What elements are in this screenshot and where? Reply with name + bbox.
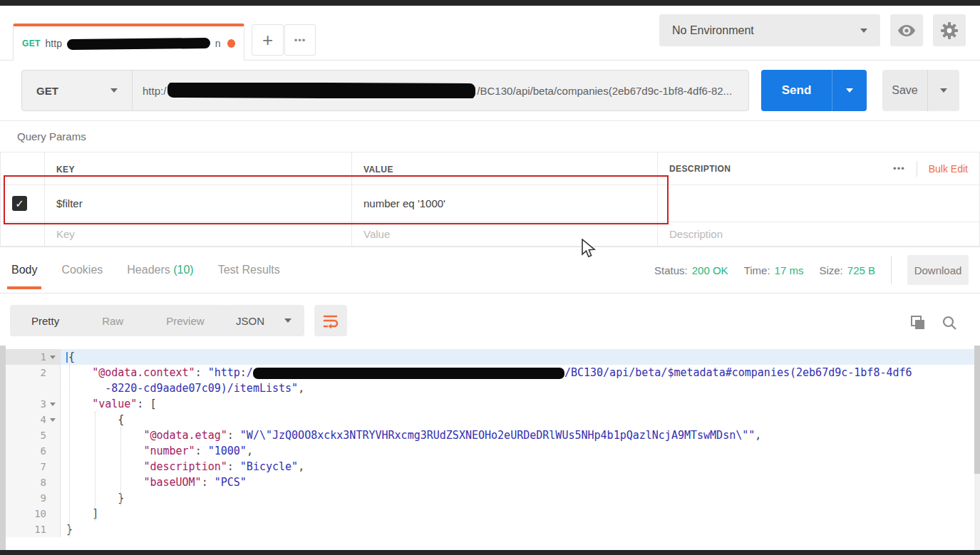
text-caret xyxy=(66,352,68,363)
view-raw[interactable]: Raw xyxy=(81,315,145,327)
code-line[interactable]: -8220-cd9aade07c09)/itemLists", xyxy=(6,380,974,396)
line-number-gutter: 11 xyxy=(6,522,61,537)
method-select[interactable]: GET xyxy=(22,71,133,110)
param-checkbox-checked[interactable]: ✓ xyxy=(12,196,27,211)
status-stat: Status:200 OK xyxy=(654,264,728,276)
environment-selected-label: No Environment xyxy=(672,24,754,37)
code-line[interactable]: 10 ] xyxy=(6,506,974,522)
code-line[interactable]: 3 "value": [ xyxy=(6,396,974,412)
tab-bar: GET http n + ••• No Environment xyxy=(0,6,980,61)
environment-select[interactable]: No Environment xyxy=(659,14,880,46)
send-options-button[interactable] xyxy=(832,70,867,111)
param-value-cell[interactable]: number eq '1000' xyxy=(352,185,658,222)
tab-method-label: GET xyxy=(22,38,41,48)
code-redaction xyxy=(253,368,564,379)
url-input[interactable]: http:/ /BC130/api/beta/companies(2eb67d9… xyxy=(133,83,748,98)
line-number-gutter: 8 xyxy=(6,474,61,490)
divider xyxy=(891,256,892,284)
param-empty-description-cell[interactable]: Description xyxy=(658,222,980,247)
chevron-down-icon xyxy=(284,318,292,323)
params-header-value: VALUE xyxy=(352,152,658,185)
tab-cookies[interactable]: Cookies xyxy=(60,249,104,291)
param-empty-key-cell[interactable]: Key xyxy=(45,222,352,247)
tab-url-prefix: http xyxy=(46,38,62,49)
url-shell: GET http:/ /BC130/api/beta/companies(2eb… xyxy=(21,70,749,111)
save-button-group: Save xyxy=(882,70,959,111)
request-builder-row: GET http:/ /BC130/api/beta/companies(2eb… xyxy=(0,61,980,121)
download-button[interactable]: Download xyxy=(907,255,969,285)
status-value: 200 OK xyxy=(692,264,728,276)
fold-toggle-icon[interactable] xyxy=(50,418,56,422)
params-header-description: DESCRIPTION ••• Bulk Edit xyxy=(658,152,980,185)
time-value: 17 ms xyxy=(775,264,804,276)
param-empty-value-cell[interactable]: Value xyxy=(352,222,658,247)
code-line[interactable]: 2 "@odata.context": "http://BC130/api/be… xyxy=(6,365,974,380)
send-button[interactable]: Send xyxy=(761,70,832,111)
param-empty-checkbox-cell xyxy=(1,222,45,247)
tab-test-results[interactable]: Test Results xyxy=(217,249,282,291)
tab-options-button[interactable]: ••• xyxy=(284,24,316,56)
size-stat: Size:725 B xyxy=(819,264,875,276)
response-tabs: Body Cookies Headers (10) Test Results xyxy=(0,249,282,291)
param-empty-row: Key Value Description xyxy=(1,222,980,247)
code-line[interactable]: 9 } xyxy=(6,490,974,506)
view-preview[interactable]: Preview xyxy=(145,315,225,327)
query-params-title: Query Params xyxy=(0,121,980,152)
param-key-cell[interactable]: $filter xyxy=(45,185,352,222)
fold-toggle-icon[interactable] xyxy=(50,356,56,359)
code-line[interactable]: 1{ xyxy=(6,349,974,365)
line-number-gutter: 6 xyxy=(6,443,61,459)
params-header-checkbox-cell xyxy=(1,152,45,185)
params-header-row: KEY VALUE DESCRIPTION ••• Bulk Edit xyxy=(1,152,980,185)
line-number-gutter: 4 xyxy=(6,412,61,427)
eye-icon xyxy=(897,24,916,37)
copy-icon[interactable] xyxy=(910,315,926,331)
url-suffix-text: /BC130/api/beta/companies(2eb67d9c-1bf8-… xyxy=(477,85,732,97)
code-scrollbar[interactable] xyxy=(974,346,980,551)
bulk-edit-link[interactable]: Bulk Edit xyxy=(929,163,968,175)
code-line[interactable]: 11} xyxy=(6,522,974,537)
chevron-down-icon xyxy=(846,88,853,93)
environment-quick-look-button[interactable] xyxy=(890,14,923,46)
params-menu-button[interactable]: ••• xyxy=(893,163,905,174)
size-value: 725 B xyxy=(847,264,875,276)
gear-icon xyxy=(940,21,959,40)
code-scrollbar-thumb[interactable] xyxy=(974,346,980,474)
language-select[interactable]: JSON xyxy=(223,305,304,336)
tab-headers[interactable]: Headers (10) xyxy=(125,249,195,291)
body-tool-icons xyxy=(910,315,957,331)
param-checkbox-cell: ✓ xyxy=(1,185,45,222)
code-line[interactable]: 5 "@odata.etag": "W/\"JzQ0OO8xckx3NTRYVH… xyxy=(6,427,974,443)
window-top-bar xyxy=(0,0,980,6)
chevron-down-icon xyxy=(110,88,118,93)
chevron-down-icon xyxy=(860,28,867,33)
time-stat: Time:17 ms xyxy=(744,264,804,276)
settings-button[interactable] xyxy=(933,14,966,46)
tab-body[interactable]: Body xyxy=(10,249,38,291)
save-button[interactable]: Save xyxy=(882,70,928,111)
response-meta-row: Body Cookies Headers (10) Test Results S… xyxy=(0,247,980,294)
params-header-key: KEY xyxy=(45,152,352,185)
environment-group: No Environment xyxy=(659,14,966,46)
response-stats: Status:200 OK Time:17 ms Size:725 B Down… xyxy=(654,255,969,285)
code-line[interactable]: 4 { xyxy=(6,412,974,427)
language-selected-label: JSON xyxy=(236,315,264,327)
request-tab[interactable]: GET http n xyxy=(13,24,244,61)
code-line[interactable]: 6 "number": "1000", xyxy=(6,443,974,459)
save-options-button[interactable] xyxy=(928,70,959,111)
view-pretty[interactable]: Pretty xyxy=(10,315,81,327)
code-line[interactable]: 7 "description": "Bicycle", xyxy=(6,459,974,474)
postman-window: GET http n + ••• No Environment xyxy=(0,0,980,555)
search-icon[interactable] xyxy=(942,315,957,331)
tab-url-redaction xyxy=(67,37,210,49)
code-line[interactable]: 8 "baseUOM": "PCS" xyxy=(6,474,974,490)
chevron-down-icon xyxy=(940,88,947,93)
wrap-text-button[interactable] xyxy=(314,305,347,336)
unsaved-changes-dot xyxy=(227,39,235,48)
url-prefix-text: http:/ xyxy=(143,85,166,97)
tab-url-tail: n xyxy=(215,38,221,49)
param-description-cell[interactable] xyxy=(658,185,980,222)
fold-toggle-icon[interactable] xyxy=(50,403,56,406)
new-tab-button[interactable]: + xyxy=(252,24,284,56)
line-number-gutter: 2 xyxy=(6,365,61,380)
